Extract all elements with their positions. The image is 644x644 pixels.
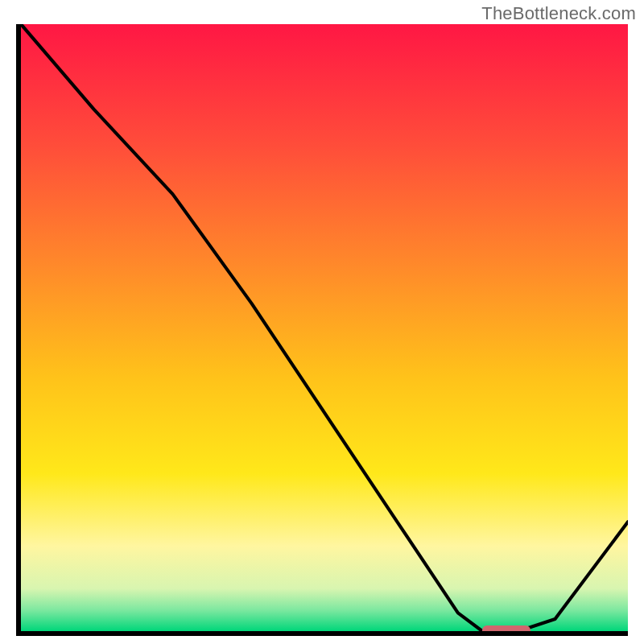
watermark-text: TheBottleneck.com [481,3,636,24]
bottleneck-curve [21,24,628,631]
optimal-range-marker [482,625,530,631]
plot-area [21,24,628,631]
chart-axes [16,24,628,636]
